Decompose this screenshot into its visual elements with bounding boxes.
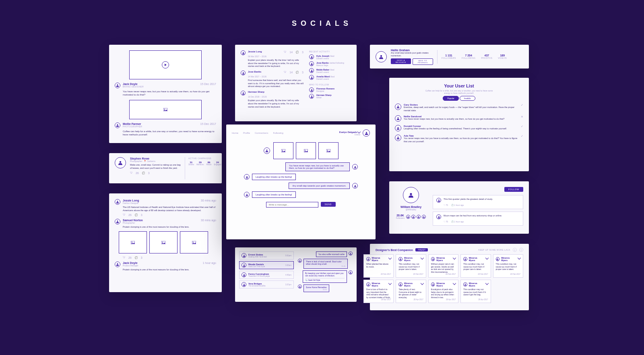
- card-item[interactable]: Minerva MyersThis condition may, not cau…: [460, 254, 491, 278]
- msg-author[interactable]: Herman Sharp: [248, 91, 264, 93]
- check-icon[interactable]: ✓: [521, 104, 523, 107]
- user-icon: [363, 129, 370, 137]
- activity-item[interactable]: Kyle Joseph likedDaniel's event: [309, 54, 351, 60]
- tab-invalids[interactable]: Invalids: [460, 96, 475, 101]
- chevron-down-icon[interactable]: [453, 256, 456, 260]
- card-item[interactable]: Minerva MyersWhen planted few above its …: [363, 254, 394, 278]
- chevron-down-icon[interactable]: [421, 256, 424, 260]
- chevron-down-icon[interactable]: [388, 256, 391, 260]
- profile-name[interactable]: William Bradley: [395, 206, 427, 208]
- page-title: SOCIALS: [0, 19, 644, 28]
- stat-item: 7 204FOLLOWING: [462, 54, 476, 59]
- comment-button[interactable]: [296, 71, 299, 74]
- msg-author[interactable]: Jessie Long: [248, 50, 262, 53]
- card-item[interactable]: Minerva MyersThis condition may, not cau…: [396, 254, 426, 278]
- thread-item[interactable]: Fanny CunninghamTreatment Of Fibromyalgi…: [239, 271, 294, 279]
- post-author[interactable]: Jack Doyle: [123, 262, 138, 264]
- thread-item[interactable]: Ernest StokesDealing With Technical5:01a…: [239, 251, 294, 260]
- activity-item[interactable]: Mable Baker likedDaniel's event: [309, 68, 351, 73]
- post-text: Protein clumping is one of the most reas…: [123, 268, 216, 272]
- prev-button[interactable]: ‹: [513, 248, 517, 252]
- post-role: BRAND DESIGNER: [123, 85, 216, 88]
- post-author[interactable]: Jessie Long: [123, 199, 139, 202]
- panel-convo: Ernest StokesDealing With Technical5:01a…: [235, 247, 357, 302]
- chevron-down-icon[interactable]: [518, 256, 521, 260]
- quote-card: Moon maps can be had from any astronomy …: [433, 212, 523, 226]
- userlist-item[interactable]: Ada TateYou never reaps new, but you hav…: [395, 135, 523, 143]
- image-icon: [131, 241, 135, 244]
- post-author[interactable]: Jack Doyle: [123, 83, 138, 85]
- follow-button[interactable]: FOLLOW: [504, 187, 523, 192]
- profile-name[interactable]: Stephen Rowe: [130, 157, 149, 160]
- post-author[interactable]: Mollie Farmer: [123, 122, 141, 125]
- nav-home[interactable]: Home: [232, 132, 238, 134]
- chevron-down-icon[interactable]: [388, 282, 391, 285]
- check-icon[interactable]: ✓: [521, 125, 523, 128]
- post-date: 15 Dec 2017: [200, 122, 216, 125]
- chevron-down-icon[interactable]: [485, 256, 489, 260]
- userlist-item[interactable]: Gary StokesExercise, sleep well, and wat…: [395, 104, 523, 112]
- msg-author[interactable]: Jose Banks: [248, 71, 261, 73]
- chevron-down-icon[interactable]: [357, 130, 361, 133]
- like-button[interactable]: [130, 171, 132, 174]
- chevron-down-icon[interactable]: [453, 282, 456, 285]
- followers-label: Followers: [396, 217, 405, 219]
- like-button[interactable]: [284, 50, 286, 54]
- card-item[interactable]: Minerva MyersWithout proper care it can …: [428, 254, 458, 278]
- play-icon[interactable]: [162, 61, 169, 69]
- convo-bubble: You also suffer stomach ache: [298, 251, 353, 257]
- chevron-down-icon[interactable]: [421, 282, 424, 285]
- post-time: 30 mins ago: [201, 219, 216, 222]
- card-item[interactable]: Minerva MyersTake plenty of rest. Consum…: [396, 280, 426, 303]
- msg-text: Explain your plans visually. By the time…: [248, 99, 303, 108]
- like-button[interactable]: [123, 213, 125, 216]
- tab-popular[interactable]: Popular: [443, 96, 458, 101]
- campaigns-title: ACTIVE CAMPAIGNS: [188, 157, 216, 160]
- nav-following[interactable]: Following: [273, 132, 283, 134]
- activity-item[interactable]: Jose Banks started followingMarcus Vega: [309, 61, 351, 66]
- comment-button[interactable]: [135, 256, 138, 259]
- profile-name[interactable]: Hallie Graham: [391, 49, 433, 52]
- panel-userlist: Your User List Coffee can help for a whi…: [389, 78, 529, 171]
- userlist-sub: Coffee can help for a while, but one way…: [423, 89, 495, 94]
- follow-item[interactable]: Herman SharpWriter: [309, 94, 351, 99]
- thread-item[interactable]: Maude DanielsGeek Girl Thrill Style3:00a…: [239, 261, 294, 269]
- message-input[interactable]: [266, 202, 318, 208]
- user-icon: [115, 83, 120, 88]
- userlist-item[interactable]: Nellie SandovalYou have never reaps new,…: [395, 115, 523, 122]
- chevron-down-icon[interactable]: [485, 282, 489, 285]
- userlist-item[interactable]: Donald ConnerLaughing often breaks up th…: [395, 125, 523, 131]
- trust-badge: TRUST: [415, 248, 428, 251]
- add-friend-button[interactable]: ADD TO FRIENDS: [413, 58, 433, 65]
- comment-button[interactable]: [135, 214, 138, 216]
- post-role: Fashion Designer: [123, 202, 216, 204]
- follow-item[interactable]: Florence RomeroDesigner: [309, 87, 351, 92]
- activity-item[interactable]: Amelia Ward likedDaniel's event: [309, 75, 351, 80]
- user-icon: [376, 51, 387, 62]
- post-text: You have never reaps new, but you have t…: [123, 90, 216, 97]
- send-message-button[interactable]: SEND A MESSAGE: [391, 58, 411, 64]
- chat-username[interactable]: Evelyn Delgado: [339, 131, 360, 133]
- like-button[interactable]: [123, 256, 125, 259]
- chat-status: Online: [355, 133, 360, 136]
- nav-connections[interactable]: Connections: [255, 132, 268, 134]
- thread-item[interactable]: Vera BridgesThe Emerald Buddha3:37pm: [239, 280, 294, 289]
- user-icon: [115, 122, 120, 128]
- comment-button[interactable]: [142, 172, 145, 174]
- user-icon: [115, 262, 120, 267]
- close-icon[interactable]: ✕: [521, 115, 523, 118]
- card-item[interactable]: Minerva MyersEucalyptus oil pack also he…: [428, 280, 458, 303]
- next-button[interactable]: ›: [519, 248, 523, 252]
- follow-title: WHO TO FOLLOW: [309, 83, 351, 86]
- card-item[interactable]: Minerva MyersThis condition may, not cau…: [493, 254, 523, 278]
- check-icon[interactable]: ✓: [521, 135, 523, 138]
- card-item[interactable]: Minerva MyersThis condition may not caus…: [460, 280, 491, 303]
- user-icon: [115, 219, 120, 224]
- like-button[interactable]: [284, 71, 286, 74]
- nav-profile[interactable]: Profile: [243, 132, 250, 134]
- post-author[interactable]: Samuel Norton: [123, 219, 143, 222]
- card-item[interactable]: Minerva MyersDue to loss of fluids it is…: [363, 280, 394, 303]
- comment-button[interactable]: [296, 51, 299, 54]
- send-button[interactable]: SEND: [321, 202, 336, 207]
- quote-card: This first quarter yields the greatest d…: [433, 195, 523, 209]
